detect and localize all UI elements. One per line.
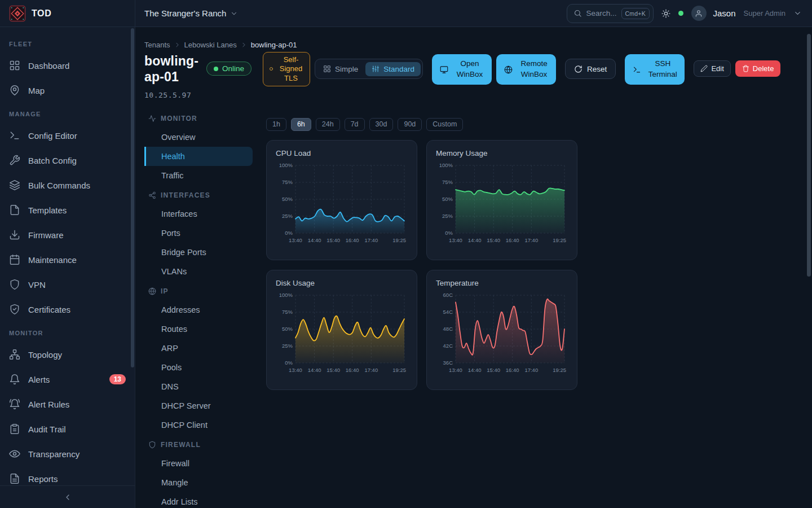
sidebar-item-label: Audit Trail	[28, 424, 66, 434]
sidebar-item-firmware[interactable]: Firmware	[0, 222, 135, 247]
memory-usage-chart: 0%25%50%75%100%13:4014:4015:4016:4017:40…	[435, 160, 568, 249]
sidebar-item-batch-config[interactable]: Batch Config	[0, 148, 135, 173]
subnav-item-addr-lists[interactable]: Addr Lists	[144, 492, 253, 508]
sidebar-item-certificates[interactable]: Certificates	[0, 297, 135, 322]
topbar: TOD The Stranger's Ranch Search... Cmd+K…	[0, 0, 812, 27]
chart-card-temperature: Temperature36C42C48C54C60C13:4014:4015:4…	[426, 270, 577, 390]
shield-icon	[148, 441, 156, 449]
online-dot-icon	[214, 67, 218, 71]
sidebar-item-vpn[interactable]: VPN	[0, 272, 135, 297]
subnav-item-traffic[interactable]: Traffic	[144, 166, 253, 185]
svg-text:17:40: 17:40	[364, 367, 378, 373]
sidebar-scrollbar[interactable]	[131, 28, 134, 367]
tenant-selector[interactable]: The Stranger's Ranch	[144, 8, 238, 18]
svg-text:36C: 36C	[443, 360, 453, 366]
delete-button[interactable]: Delete	[735, 60, 781, 77]
subnav-item-health[interactable]: Health	[144, 147, 253, 166]
svg-text:14:40: 14:40	[468, 237, 482, 243]
svg-text:19:25: 19:25	[392, 367, 406, 373]
sidebar-item-maintenance[interactable]: Maintenance	[0, 247, 135, 272]
subnav-item-firewall[interactable]: Firewall	[144, 454, 253, 473]
subnav-group-ip: IP	[144, 282, 253, 300]
sidebar-item-map[interactable]: Map	[0, 78, 135, 103]
sidebar-item-transparency[interactable]: Transparency	[0, 441, 135, 466]
svg-text:13:40: 13:40	[449, 367, 462, 373]
reset-button[interactable]: Reset	[565, 59, 616, 79]
breadcrumb-tenants[interactable]: Tenants	[144, 41, 170, 49]
subnav-group-label: INTERFACES	[161, 191, 210, 199]
file-text-icon	[9, 473, 20, 484]
mode-standard-button[interactable]: Standard	[365, 62, 421, 76]
refresh-icon	[574, 65, 582, 73]
sidebar-item-label: Templates	[28, 205, 67, 215]
sidebar-item-alert-rules[interactable]: Alert Rules	[0, 392, 135, 417]
range-6h-button[interactable]: 6h	[291, 118, 311, 131]
avatar[interactable]	[691, 6, 707, 21]
sidebar-collapse-button[interactable]	[0, 485, 135, 508]
subnav-item-addresses[interactable]: Addresses	[144, 300, 253, 319]
svg-text:19:25: 19:25	[553, 367, 566, 373]
subnav-item-overview[interactable]: Overview	[144, 128, 253, 147]
open-winbox-button[interactable]: Open WinBox	[432, 54, 492, 85]
sidebar-item-label: Topology	[28, 350, 62, 360]
subnav-item-dns[interactable]: DNS	[144, 377, 253, 396]
svg-text:17:40: 17:40	[524, 367, 538, 373]
chart-title: CPU Load	[276, 149, 408, 157]
tls-warning-badge[interactable]: Self-Signed TLS	[263, 52, 310, 86]
ssh-terminal-button[interactable]: SSH Terminal	[625, 54, 685, 85]
sidebar-item-dashboard[interactable]: Dashboard	[0, 53, 135, 78]
subnav-item-routes[interactable]: Routes	[144, 319, 253, 339]
subnav-item-interfaces[interactable]: Interfaces	[144, 204, 253, 224]
svg-text:54C: 54C	[443, 309, 453, 315]
range-90d-button[interactable]: 90d	[398, 118, 422, 131]
range-24h-button[interactable]: 24h	[316, 118, 340, 131]
subnav-item-bridge-ports[interactable]: Bridge Ports	[144, 243, 253, 262]
mode-simple-label: Simple	[335, 65, 358, 73]
sidebar-item-label: Certificates	[28, 305, 70, 314]
breadcrumb: Tenants Lebowski Lanes bowling-ap-01	[144, 41, 803, 49]
view-mode-toggle: Simple Standard	[315, 59, 423, 79]
subnav-item-arp[interactable]: ARP	[144, 339, 253, 358]
theme-toggle-sun-icon[interactable]	[661, 9, 670, 18]
breadcrumb-tenant[interactable]: Lebowski Lanes	[184, 41, 237, 49]
search-input[interactable]: Search... Cmd+K	[567, 4, 654, 23]
svg-text:15:40: 15:40	[326, 367, 340, 373]
range-1h-button[interactable]: 1h	[266, 118, 286, 131]
svg-text:14:40: 14:40	[308, 367, 321, 373]
sidebar-item-label: Bulk Commands	[28, 181, 90, 190]
range-30d-button[interactable]: 30d	[369, 118, 394, 131]
subnav-item-vlans[interactable]: VLANs	[144, 262, 253, 281]
sidebar-item-alerts[interactable]: Alerts13	[0, 367, 135, 392]
edit-button[interactable]: Edit	[694, 60, 730, 77]
range-7d-button[interactable]: 7d	[345, 118, 365, 131]
globe-icon	[504, 65, 513, 74]
remote-winbox-button[interactable]: Remote WinBox	[496, 54, 556, 85]
sidebar-item-config-editor[interactable]: Config Editor	[0, 123, 135, 148]
svg-text:50%: 50%	[282, 326, 293, 332]
sidebar-item-label: Alerts	[28, 375, 50, 384]
subnav-item-dhcp-client[interactable]: DHCP Client	[144, 415, 253, 435]
globe-icon	[148, 287, 156, 295]
range-custom-button[interactable]: Custom	[426, 118, 463, 131]
chart-title: Memory Usage	[436, 149, 568, 157]
sidebar-item-templates[interactable]: Templates	[0, 198, 135, 222]
chart-card-memory-usage: Memory Usage0%25%50%75%100%13:4014:4015:…	[426, 140, 577, 260]
subnav-item-mangle[interactable]: Mangle	[144, 473, 253, 492]
subnav-item-pools[interactable]: Pools	[144, 358, 253, 377]
chevron-right-icon	[174, 41, 181, 49]
subnav-item-ports[interactable]: Ports	[144, 224, 253, 243]
user-menu-chevron-icon[interactable]	[793, 9, 802, 17]
sidebar-item-bulk-commands[interactable]: Bulk Commands	[0, 173, 135, 198]
svg-text:14:40: 14:40	[468, 367, 482, 373]
open-winbox-label: Open WinBox	[453, 59, 486, 80]
mode-simple-button[interactable]: Simple	[317, 62, 364, 76]
subnav-item-dhcp-server[interactable]: DHCP Server	[144, 396, 253, 415]
svg-text:13:40: 13:40	[289, 367, 302, 373]
sidebar-item-audit-trail[interactable]: Audit Trail	[0, 417, 135, 441]
circle-alert-icon	[268, 66, 274, 72]
svg-text:0%: 0%	[285, 230, 293, 236]
main-scrollbar[interactable]	[807, 34, 811, 277]
sidebar-item-topology[interactable]: Topology	[0, 342, 135, 367]
app-logo[interactable]: TOD	[9, 5, 51, 22]
connection-status-dot	[678, 11, 683, 16]
